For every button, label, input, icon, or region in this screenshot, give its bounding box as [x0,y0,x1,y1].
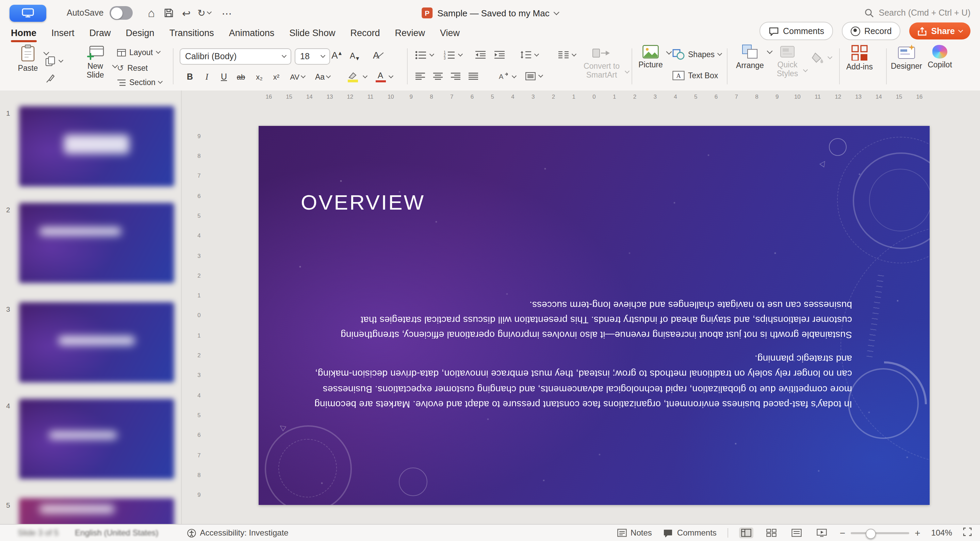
font-size-select[interactable]: 18 [295,48,330,65]
slide-canvas[interactable]: △ △ OVERVIEW In today's fast-paced busin… [259,126,930,505]
slideshow-view-button[interactable] [815,527,829,538]
convert-smartart-button[interactable]: Convert to SmartArt [576,46,627,80]
presenter-display-icon [22,8,34,18]
superscript-label: x² [273,73,279,81]
designer-button[interactable]: Designer [889,44,924,71]
justify-button[interactable] [468,72,479,80]
arrange-button[interactable]: Arrange [733,44,766,70]
normal-view-button[interactable] [739,527,753,538]
text-highlight-button[interactable] [344,70,361,84]
section-button[interactable]: Section [117,78,162,86]
save-icon[interactable] [164,8,173,18]
window-controls-button[interactable] [10,5,46,21]
copilot-button[interactable]: Copilot [924,45,956,69]
zoom-in-button[interactable]: + [915,528,920,538]
hruler-number: 2 [625,92,645,102]
format-painter-button[interactable] [45,73,55,84]
quick-styles-button[interactable]: Quick Styles [770,46,804,79]
bullets-button[interactable] [415,50,434,60]
shapes-button[interactable]: Shapes [672,49,721,60]
tab-review[interactable]: Review [395,28,425,42]
grow-font-arrow-icon: ▲ [339,50,342,55]
font-color-button[interactable]: A [374,70,387,84]
character-spacing-button[interactable]: AV [286,70,308,84]
shrink-font-button[interactable]: A ▼ [350,51,359,60]
zoom-slider-knob[interactable] [865,528,876,539]
layout-button[interactable]: Layout [117,48,159,56]
record-button[interactable]: Record [842,22,901,40]
clear-formatting-button[interactable]: A [373,50,379,60]
slide-thumbnail-row: 3 [0,302,181,391]
tab-transitions[interactable]: Transitions [169,28,214,42]
text-direction-button[interactable]: A [498,72,516,81]
document-title: Sample — Saved to my Mac [437,8,549,18]
notes-button[interactable]: Notes [617,528,652,538]
tab-slide-show[interactable]: Slide Show [289,28,335,42]
slide-sorter-view-button[interactable] [764,527,778,538]
paste-button[interactable]: Paste [12,44,43,73]
tab-design[interactable]: Design [126,28,154,42]
tab-home[interactable]: Home [11,28,37,42]
share-button[interactable]: Share [910,22,971,40]
picture-button[interactable]: Picture [636,45,666,69]
slide-thumbnail-4[interactable] [19,399,174,479]
tab-draw[interactable]: Draw [89,28,111,42]
slide-title[interactable]: OVERVIEW [301,191,425,215]
fit-slide-button[interactable] [963,527,972,538]
columns-button[interactable] [558,50,576,59]
numbering-button[interactable]: 123 [444,50,462,60]
tab-insert[interactable]: Insert [51,28,75,42]
slide-thumbnail-3[interactable] [19,302,174,382]
strikethrough-button[interactable]: ab [234,70,248,84]
tab-animations[interactable]: Animations [229,28,275,42]
subscript-label: x₂ [256,73,263,81]
font-name-select[interactable]: Calibri (Body) [180,48,291,65]
redo-icon[interactable]: ↻ [197,8,211,18]
undo-icon[interactable]: ↩ [182,8,191,18]
slide-body-textbox[interactable]: In today's fast-paced business environme… [312,298,852,412]
align-center-button[interactable] [433,72,443,80]
status-comments-button[interactable]: Comments [663,528,717,538]
more-commands-icon[interactable]: ⋯ [222,8,233,18]
tab-record[interactable]: Record [350,28,380,42]
copy-icon [45,56,56,67]
document-title-group[interactable]: P Sample — Saved to my Mac [422,0,558,26]
grow-font-button[interactable]: A ▲ [331,50,342,60]
subscript-button[interactable]: x₂ [252,70,267,84]
ribbon-home: Paste New Slide Layout ↺ Reset Section [0,42,980,91]
change-case-button[interactable]: Aa [312,70,333,84]
highlight-chevron[interactable] [361,70,368,84]
new-slide-button[interactable]: New Slide [76,43,115,80]
slide-thumbnail-2[interactable] [19,203,174,283]
copy-button[interactable] [45,56,63,67]
text-box-button[interactable]: A Text Box [672,71,718,80]
home-icon[interactable]: ⌂ [148,7,155,19]
hruler-number: 11 [808,92,828,102]
tab-view[interactable]: View [440,28,460,42]
reset-button[interactable]: ↺ Reset [117,63,148,73]
underline-button[interactable]: U [216,70,231,84]
align-text-button[interactable] [525,72,542,80]
indent-button[interactable] [494,50,505,59]
bold-button[interactable]: B [182,70,197,84]
reading-view-button[interactable] [789,527,804,538]
align-left-button[interactable] [415,72,425,80]
zoom-out-button[interactable]: − [840,528,845,538]
shape-fill-button[interactable] [811,52,832,64]
italic-button[interactable]: I [199,70,215,84]
slide-thumbnail-5[interactable] [19,498,174,525]
line-spacing-button[interactable] [520,50,538,59]
outdent-button[interactable] [475,50,486,59]
superscript-button[interactable]: x² [269,70,284,84]
accessibility-button[interactable]: Accessibility: Investigate [187,528,288,538]
language-button[interactable]: English (United States) [75,528,158,538]
autosave-toggle[interactable] [110,6,133,20]
zoom-percentage[interactable]: 104% [931,528,952,538]
slide-thumbnail-1[interactable] [19,106,174,186]
align-right-button[interactable] [450,72,461,80]
paste-icon [21,44,35,62]
font-color-chevron[interactable] [387,70,394,84]
add-ins-button[interactable]: Add-ins [844,44,875,72]
zoom-slider[interactable] [851,532,909,534]
comments-button[interactable]: Comments [759,22,833,40]
